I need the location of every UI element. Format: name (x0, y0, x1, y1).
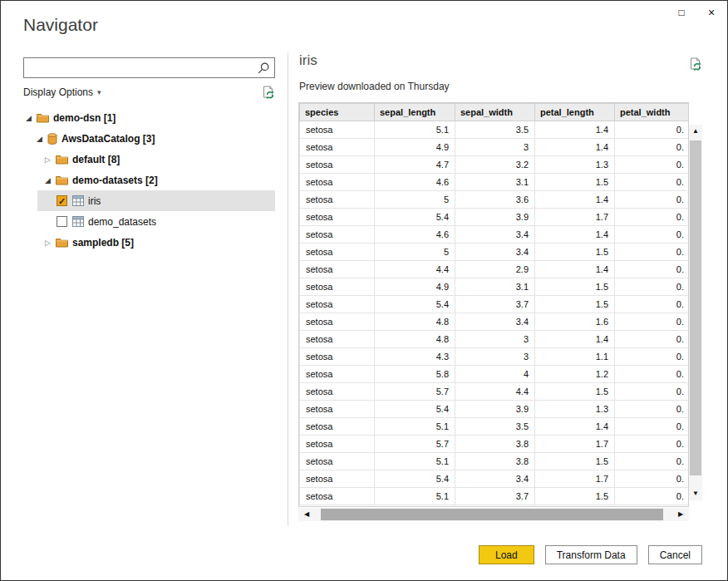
table-cell: 1.4 (535, 261, 615, 278)
table-row: setosa4.63.41.40. (300, 226, 690, 244)
tree-item-default-8[interactable]: ▷default [8] (23, 149, 275, 170)
table-cell: 0. (615, 313, 690, 331)
refresh-preview-button[interactable] (688, 57, 702, 71)
panel-divider (288, 52, 288, 526)
cancel-button[interactable]: Cancel (648, 545, 702, 564)
refresh-tree-button[interactable] (261, 86, 275, 100)
table-cell: 0. (615, 121, 690, 139)
twisty-expanded-icon[interactable]: ◢ (23, 114, 34, 122)
page-title: Navigator (23, 15, 98, 35)
preview-table-area: speciessepal_lengthsepal_widthpetal_leng… (298, 102, 689, 507)
folder-icon (56, 155, 68, 165)
tree-item-iris[interactable]: ✓iris (23, 190, 275, 211)
tree-item-label: demo_datasets (88, 216, 156, 228)
table-cell: 3.8 (455, 436, 535, 453)
table-cell: 1.5 (535, 296, 615, 313)
tree-item-demo-datasets-2[interactable]: ◢demo-datasets [2] (23, 170, 275, 190)
table-cell: 5.1 (375, 488, 455, 505)
table-cell: setosa (300, 488, 375, 505)
close-icon[interactable]: × (702, 4, 721, 21)
horizontal-scroll-thumb[interactable] (321, 509, 663, 520)
table-row: setosa4.93.11.50. (300, 278, 690, 296)
table-cell: 1.2 (535, 366, 615, 383)
folder-icon (56, 175, 68, 185)
table-row: setosa5.43.71.50. (300, 296, 690, 313)
table-row: setosa5.841.20. (300, 366, 690, 383)
twisty-collapsed-icon[interactable]: ▷ (42, 155, 53, 164)
table-cell: 0. (615, 156, 690, 174)
table-cell: setosa (300, 418, 375, 436)
table-cell: 5.4 (375, 401, 455, 418)
database-icon (47, 133, 57, 145)
table-cell: 1.4 (535, 418, 615, 436)
table-cell: setosa (300, 453, 375, 470)
table-row: setosa4.73.21.30. (300, 156, 690, 174)
tree-item-label: demo-dsn [1] (53, 112, 116, 124)
vertical-scrollbar[interactable]: ▲ ▼ (689, 125, 702, 500)
tree-item-sampledb-5[interactable]: ▷sampledb [5] (23, 232, 275, 253)
table-cell: setosa (300, 401, 375, 418)
table-cell: 0. (615, 453, 690, 470)
table-cell: setosa (300, 366, 375, 383)
table-cell: 3.2 (455, 156, 535, 174)
navigator-dialog: □ × Navigator Display Options ▾ (0, 0, 728, 581)
checkbox[interactable] (57, 216, 67, 227)
table-cell: 4.6 (375, 174, 455, 191)
tree-item-demo-datasets[interactable]: demo_datasets (23, 211, 275, 232)
table-cell: 0. (615, 296, 690, 313)
horizontal-scrollbar[interactable]: ◀ ▶ (298, 508, 689, 521)
scroll-up-icon[interactable]: ▲ (689, 125, 702, 138)
scroll-down-icon[interactable]: ▼ (689, 487, 702, 500)
scroll-right-icon[interactable]: ▶ (674, 508, 687, 521)
table-cell: 1.4 (535, 191, 615, 209)
transform-data-button[interactable]: Transform Data (545, 545, 637, 564)
table-cell: 3.1 (455, 278, 535, 296)
table-cell: 5.7 (375, 383, 455, 401)
table-row: setosa5.13.81.50. (300, 453, 690, 470)
load-button[interactable]: Load (479, 545, 534, 564)
preview-table: speciessepal_lengthsepal_widthpetal_leng… (299, 103, 689, 505)
footer-buttons: Load Transform Data Cancel (479, 545, 702, 564)
twisty-expanded-icon[interactable]: ◢ (42, 176, 53, 185)
table-cell: 1.3 (535, 401, 615, 418)
preview-table-head-row: speciessepal_lengthsepal_widthpetal_leng… (300, 104, 690, 121)
maximize-icon[interactable]: □ (672, 4, 691, 21)
table-cell: setosa (300, 209, 375, 226)
table-cell: 3.4 (455, 244, 535, 261)
table-cell: 1.5 (535, 278, 615, 296)
table-cell: 4.3 (375, 348, 455, 366)
table-cell: 4.8 (375, 313, 455, 331)
table-cell: 4.9 (375, 278, 455, 296)
table-row: setosa4.331.10. (300, 348, 690, 366)
tree-item-demo-dsn-1[interactable]: ◢demo-dsn [1] (23, 107, 275, 128)
table-cell: 0. (615, 470, 690, 488)
table-cell: 0. (615, 488, 690, 505)
table-row: setosa5.43.91.70. (300, 209, 690, 226)
table-cell: 1.4 (535, 121, 615, 139)
tree-item-label: sampledb [5] (72, 237, 134, 249)
search-icon[interactable] (253, 62, 274, 75)
table-cell: 3.5 (455, 121, 535, 139)
table-cell: 0. (615, 383, 690, 401)
search-input[interactable] (24, 58, 253, 77)
twisty-collapsed-icon[interactable]: ▷ (42, 239, 53, 247)
table-cell: 2.9 (455, 261, 535, 278)
table-cell: setosa (300, 139, 375, 156)
table-icon (72, 216, 84, 227)
table-cell: 0. (615, 139, 690, 156)
vertical-scroll-thumb[interactable] (690, 140, 701, 475)
chevron-down-icon: ▾ (97, 88, 101, 96)
display-options-dropdown[interactable]: Display Options ▾ (23, 86, 101, 98)
twisty-expanded-icon[interactable]: ◢ (34, 135, 45, 143)
table-cell: 1.5 (535, 488, 615, 505)
table-cell: 1.5 (535, 174, 615, 191)
tree-item-label: demo-datasets [2] (72, 175, 158, 186)
checkbox[interactable]: ✓ (57, 195, 67, 206)
table-cell: 5.1 (375, 453, 455, 470)
table-cell: 0. (615, 331, 690, 348)
scroll-left-icon[interactable]: ◀ (300, 508, 313, 521)
tree-item-awsdatacatalog-3[interactable]: ◢AwsDataCatalog [3] (23, 128, 275, 149)
table-cell: 1.6 (535, 313, 615, 331)
table-cell: 0. (615, 401, 690, 418)
table-cell: setosa (300, 331, 375, 348)
